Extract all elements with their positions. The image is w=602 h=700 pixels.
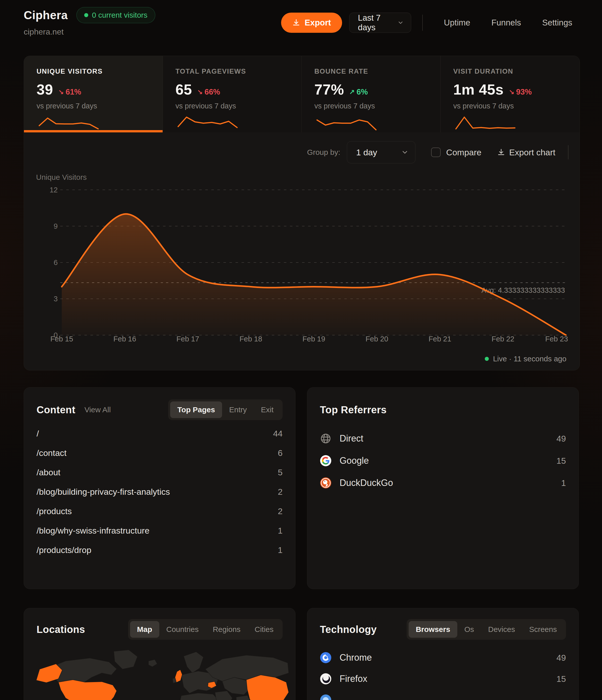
nav-settings[interactable]: Settings <box>542 18 572 27</box>
referrer-count: 1 <box>561 478 566 488</box>
topbar-actions: Export Last 7 days UptimeFunnelsSettings <box>281 12 572 33</box>
nav-uptime[interactable]: Uptime <box>444 18 470 27</box>
locations-tab-cities[interactable]: Cities <box>248 621 281 638</box>
technology-card: Technology BrowsersOsDevicesScreens Chro… <box>307 608 579 700</box>
live-status: Live · 11 seconds ago <box>485 354 567 363</box>
locations-tab-regions[interactable]: Regions <box>206 621 248 638</box>
stat-sparkline <box>36 113 101 132</box>
unique-visitors-chart[interactable]: Unique Visitors 036912 Avg: 4.3333333333… <box>35 171 569 343</box>
compare-checkbox[interactable] <box>431 148 441 157</box>
referrer-name[interactable]: DuckDuckGo <box>340 478 393 488</box>
browser-name[interactable]: Chrome <box>340 652 372 663</box>
stat-value: 1m 45s <box>453 81 504 98</box>
live-dot-icon <box>84 13 88 17</box>
trend-up-arrow-icon: ↗ <box>349 88 355 96</box>
stat-card-total-pageviews[interactable]: TOTAL PAGEVIEWS 65 ↘66% vs previous 7 da… <box>163 56 302 132</box>
page-count: 1 <box>278 526 283 535</box>
browser-row[interactable]: Chrome 49 <box>320 647 566 668</box>
site-header: Ciphera 0 current visitors ciphera.net <box>24 7 155 36</box>
page-path[interactable]: / <box>36 429 39 439</box>
stat-card-visit-duration[interactable]: VISIT DURATION 1m 45s ↘93% vs previous 7… <box>441 56 580 132</box>
referrer-row[interactable]: Direct 49 <box>320 427 566 450</box>
trend-down-arrow-icon: ↘ <box>509 88 515 96</box>
page-path[interactable]: /about <box>36 468 60 477</box>
content-tab-top-pages[interactable]: Top Pages <box>170 401 222 418</box>
export-chart-label: Export chart <box>509 148 555 157</box>
page-path[interactable]: /blog/building-privacy-first-analytics <box>36 487 170 497</box>
locations-tab-countries[interactable]: Countries <box>159 621 206 638</box>
technology-rows: Chrome 49 Firefox 15 <box>320 647 566 700</box>
technology-tab-screens[interactable]: Screens <box>522 621 564 638</box>
stat-note: vs previous 7 days <box>315 102 441 110</box>
world-map[interactable] <box>29 646 290 700</box>
referrer-name[interactable]: Google <box>340 455 369 466</box>
live-status-text: Live · 11 seconds ago <box>493 354 567 363</box>
stat-label: UNIQUE VISITORS <box>36 68 162 75</box>
compare-label[interactable]: Compare <box>446 148 481 157</box>
current-visitors-badge[interactable]: 0 current visitors <box>76 7 155 23</box>
page-count: 2 <box>278 506 283 516</box>
content-row[interactable]: /blog/building-privacy-first-analytics 2 <box>36 482 283 502</box>
stat-sparkline <box>315 113 379 132</box>
svg-text:Feb 19: Feb 19 <box>302 335 325 343</box>
svg-text:6: 6 <box>54 258 58 267</box>
topbar-nav: UptimeFunnelsSettings <box>423 18 572 27</box>
visitors-chart[interactable]: Unique Visitors 036912 Avg: 4.3333333333… <box>35 171 569 343</box>
stat-card-bounce-rate[interactable]: BOUNCE RATE 77% ↗6% vs previous 7 days <box>302 56 441 132</box>
content-row[interactable]: /products 2 <box>36 502 283 521</box>
svg-text:Feb 23: Feb 23 <box>545 335 568 343</box>
content-row[interactable]: /products/drop 1 <box>36 541 283 560</box>
browser-row[interactable]: Firefox 15 <box>320 668 566 690</box>
browser-row-partial[interactable] <box>320 690 566 700</box>
technology-tab-devices[interactable]: Devices <box>481 621 522 638</box>
svg-text:Feb 22: Feb 22 <box>492 335 514 343</box>
content-row[interactable]: /blog/why-swiss-infrastructure 1 <box>36 521 283 541</box>
content-row[interactable]: /about 5 <box>36 463 283 482</box>
page-path[interactable]: /products/drop <box>36 545 91 555</box>
svg-text:Feb 15: Feb 15 <box>50 335 73 343</box>
download-icon <box>292 19 300 27</box>
export-button[interactable]: Export <box>281 12 342 33</box>
nav-funnels[interactable]: Funnels <box>491 18 521 27</box>
technology-tab-os[interactable]: Os <box>457 621 481 638</box>
group-by-select[interactable]: 1 day <box>347 141 416 164</box>
referrers-card: Top Referrers Direct 49 Google 15 DuckDu… <box>307 387 579 589</box>
svg-text:3: 3 <box>54 295 58 303</box>
referrer-row[interactable]: DuckDuckGo 1 <box>320 472 566 494</box>
svg-text:Feb 17: Feb 17 <box>176 335 199 343</box>
locations-card: Locations MapCountriesRegionsCities <box>24 608 296 700</box>
chrome-icon <box>320 652 331 664</box>
content-tab-exit[interactable]: Exit <box>254 401 281 418</box>
referrer-rows: Direct 49 Google 15 DuckDuckGo 1 <box>320 427 566 494</box>
technology-tab-browsers[interactable]: Browsers <box>409 621 457 638</box>
svg-text:12: 12 <box>50 186 58 194</box>
locations-tab-map[interactable]: Map <box>130 621 159 638</box>
view-all-link[interactable]: View All <box>84 405 111 414</box>
stat-sparkline <box>453 113 518 132</box>
technology-title: Technology <box>320 624 377 635</box>
group-by-label: Group by: <box>307 148 340 157</box>
content-row[interactable]: / 44 <box>36 424 283 443</box>
content-row[interactable]: /contact 6 <box>36 443 283 463</box>
page-path[interactable]: /products <box>36 506 72 516</box>
stat-card-unique-visitors[interactable]: UNIQUE VISITORS 39 ↘61% vs previous 7 da… <box>24 56 163 132</box>
stat-note: vs previous 7 days <box>36 102 162 110</box>
referrer-row[interactable]: Google 15 <box>320 450 566 472</box>
browser-name[interactable]: Firefox <box>340 674 367 684</box>
referrer-count: 49 <box>556 434 566 444</box>
controls-divider <box>568 145 569 159</box>
browser-icon <box>320 694 331 700</box>
referrer-name[interactable]: Direct <box>340 433 363 444</box>
date-range-select[interactable]: Last 7 days <box>349 12 411 33</box>
page-path[interactable]: /blog/why-swiss-infrastructure <box>36 526 150 535</box>
stat-delta: ↘61% <box>58 88 81 97</box>
stat-label: VISIT DURATION <box>453 68 580 75</box>
export-chart-button[interactable]: Export chart <box>497 148 555 157</box>
stats-row: UNIQUE VISITORS 39 ↘61% vs previous 7 da… <box>24 56 580 130</box>
stat-value: 39 <box>36 81 53 98</box>
chart-axis-title: Unique Visitors <box>36 173 87 181</box>
page-path[interactable]: /contact <box>36 448 67 458</box>
stat-note: vs previous 7 days <box>453 102 580 110</box>
download-icon <box>497 148 505 156</box>
content-tab-entry[interactable]: Entry <box>222 401 254 418</box>
